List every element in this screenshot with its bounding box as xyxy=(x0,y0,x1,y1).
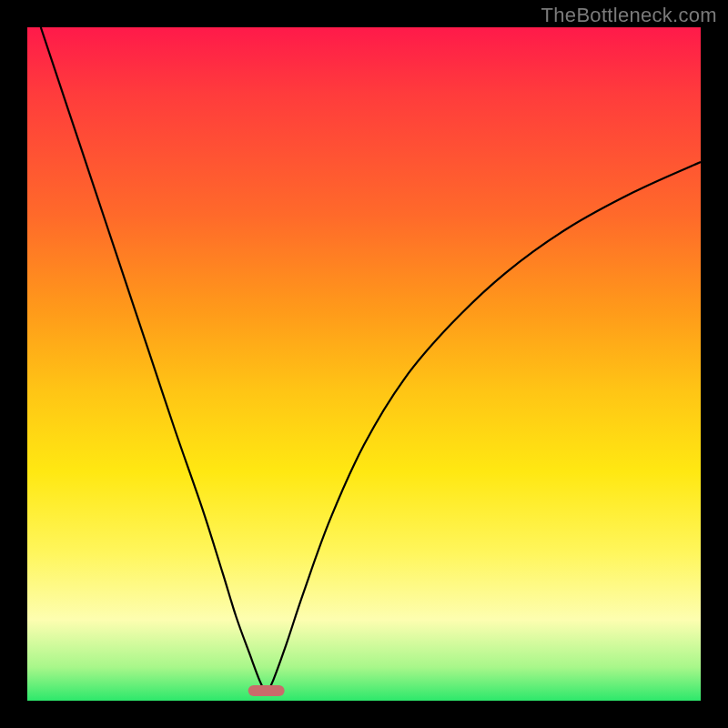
notch-marker xyxy=(248,685,285,696)
watermark-text: TheBottleneck.com xyxy=(541,4,717,27)
curve-left-branch xyxy=(41,27,267,694)
plot-area xyxy=(27,27,701,701)
bottleneck-curve xyxy=(27,27,701,701)
chart-frame: TheBottleneck.com xyxy=(0,0,728,728)
curve-right-branch xyxy=(267,162,701,694)
